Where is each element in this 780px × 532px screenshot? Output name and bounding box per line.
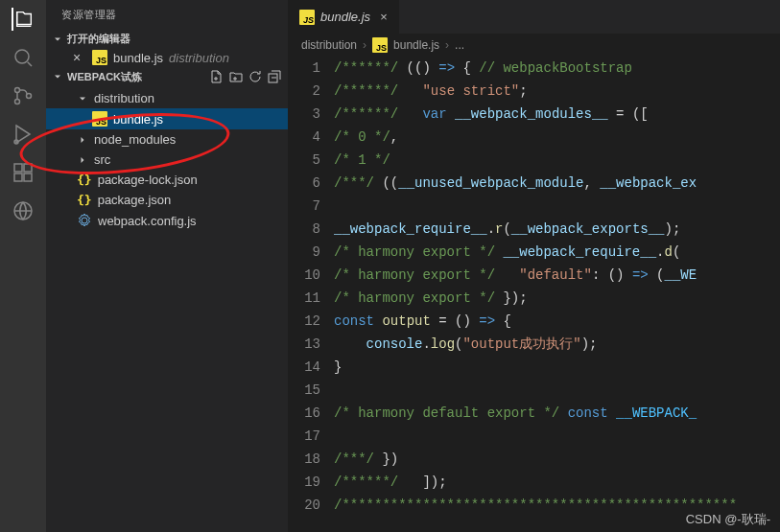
breadcrumb-folder[interactable]: distribution — [301, 38, 357, 52]
open-editor-filename: bundle.js — [113, 51, 163, 65]
folder-item[interactable]: src — [46, 150, 288, 170]
remote-icon[interactable] — [12, 199, 35, 222]
gear-icon — [77, 213, 92, 228]
open-editors-header[interactable]: 打开的编辑器 — [46, 30, 288, 48]
file-item[interactable]: webpack.config.js — [46, 210, 288, 231]
js-icon: JS — [372, 37, 388, 53]
chevron-icon — [77, 154, 88, 166]
chevron-down-icon — [52, 71, 63, 82]
svg-point-1 — [15, 88, 20, 93]
editor-area: JS bundle.js × distribution › JS bundle.… — [288, 0, 780, 532]
close-icon[interactable]: × — [73, 50, 86, 65]
code-content[interactable]: /******/ (() => { // webpackBootstrap/**… — [334, 57, 780, 532]
file-item[interactable]: {}package-lock.json — [46, 170, 288, 190]
tree-item-label: package-lock.json — [98, 173, 198, 187]
editor-tabs: JS bundle.js × — [288, 0, 780, 34]
sidebar-title: 资源管理器 — [46, 0, 288, 30]
file-item[interactable]: JSbundle.js — [46, 108, 288, 129]
open-editors-label: 打开的编辑器 — [67, 32, 130, 46]
tree-item-label: webpack.config.js — [98, 214, 197, 228]
tree-item-label: distribution — [94, 91, 154, 105]
tree-item-label: src — [94, 152, 110, 167]
svg-point-3 — [27, 94, 32, 99]
svg-rect-8 — [24, 173, 32, 181]
project-name: WEBPACK试炼 — [67, 70, 142, 84]
chevron-icon — [77, 134, 88, 146]
tab-bundle-js[interactable]: JS bundle.js × — [288, 0, 400, 34]
project-header[interactable]: WEBPACK试炼 — [46, 67, 288, 86]
watermark: CSDN @-耿瑞- — [686, 511, 770, 528]
chevron-right-icon: › — [445, 38, 449, 52]
json-icon: {} — [77, 173, 92, 187]
svg-rect-7 — [14, 173, 22, 181]
open-editor-item[interactable]: × JS bundle.js distribution — [46, 48, 288, 67]
svg-point-0 — [15, 50, 29, 63]
folder-item[interactable]: node_modules — [46, 129, 288, 150]
tab-label: bundle.js — [320, 10, 370, 24]
open-editor-path: distribution — [169, 51, 229, 65]
svg-rect-6 — [24, 164, 32, 172]
line-gutter: 1234567891011121314151617181920 — [288, 57, 334, 532]
code-editor[interactable]: 1234567891011121314151617181920 /******/… — [288, 57, 780, 532]
folder-item[interactable]: distribution — [46, 88, 288, 108]
chevron-icon — [77, 93, 88, 104]
tree-item-label: package.json — [98, 193, 172, 207]
source-control-icon[interactable] — [12, 84, 35, 107]
new-file-icon[interactable] — [209, 69, 225, 84]
activity-bar — [0, 0, 46, 532]
run-debug-icon[interactable] — [12, 123, 35, 146]
js-icon: JS — [92, 50, 107, 65]
explorer-icon[interactable] — [12, 8, 35, 31]
extensions-icon[interactable] — [12, 161, 35, 184]
breadcrumb-file[interactable]: bundle.js — [393, 38, 439, 52]
close-icon[interactable]: × — [376, 10, 388, 24]
search-icon[interactable] — [12, 46, 35, 69]
collapse-all-icon[interactable] — [267, 69, 282, 84]
chevron-down-icon — [52, 34, 63, 45]
svg-rect-5 — [14, 164, 22, 172]
json-icon: {} — [77, 193, 92, 207]
breadcrumb-more[interactable]: ... — [455, 38, 464, 52]
tree-item-label: bundle.js — [113, 112, 163, 127]
new-folder-icon[interactable] — [228, 69, 244, 84]
js-icon: JS — [92, 111, 107, 127]
tree-item-label: node_modules — [94, 132, 176, 147]
breadcrumbs[interactable]: distribution › JS bundle.js › ... — [288, 34, 780, 57]
js-icon: JS — [299, 10, 315, 25]
file-item[interactable]: {}package.json — [46, 190, 288, 210]
refresh-icon[interactable] — [248, 69, 263, 84]
explorer-sidebar: 资源管理器 打开的编辑器 × JS bundle.js distribution… — [46, 0, 288, 532]
file-tree: distributionJSbundle.jsnode_modulessrc{}… — [46, 86, 288, 231]
chevron-right-icon: › — [363, 38, 366, 52]
svg-point-2 — [15, 100, 20, 104]
